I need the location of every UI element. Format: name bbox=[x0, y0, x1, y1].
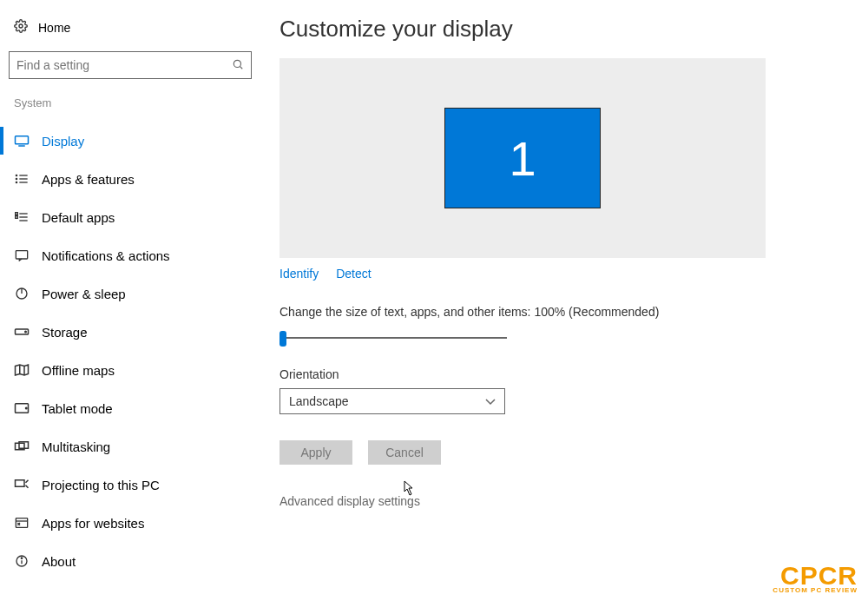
identify-link[interactable]: Identify bbox=[279, 267, 319, 281]
home-button[interactable]: Home bbox=[9, 19, 252, 51]
notifications-icon bbox=[14, 249, 30, 261]
slider-track bbox=[283, 337, 507, 339]
info-icon bbox=[14, 554, 30, 568]
watermark: CPCR CUSTOM PC REVIEW bbox=[773, 565, 858, 595]
apply-button: Apply bbox=[279, 440, 352, 465]
svg-point-25 bbox=[26, 407, 28, 409]
cancel-label: Cancel bbox=[385, 446, 424, 459]
scale-slider[interactable] bbox=[279, 329, 507, 347]
orientation-label: Orientation bbox=[279, 367, 816, 381]
watermark-subtitle: CUSTOM PC REVIEW bbox=[773, 586, 858, 594]
orientation-value: Landscape bbox=[289, 394, 349, 408]
sidebar-item-label: Display bbox=[42, 134, 84, 149]
scale-label: Change the size of text, apps, and other… bbox=[279, 305, 816, 319]
apps-websites-icon bbox=[14, 517, 30, 529]
sidebar-item-apps-websites[interactable]: Apps for websites bbox=[9, 504, 252, 542]
power-icon bbox=[14, 287, 30, 300]
watermark-logo: CPCR bbox=[773, 565, 858, 587]
monitor-1[interactable]: 1 bbox=[444, 108, 601, 208]
main-panel: Customize your display 1 Identify Detect… bbox=[260, 0, 868, 601]
svg-rect-15 bbox=[16, 216, 18, 219]
sidebar-item-default-apps[interactable]: Default apps bbox=[9, 198, 252, 236]
sidebar-item-label: Apps & features bbox=[42, 172, 135, 187]
list-icon bbox=[14, 173, 30, 185]
svg-point-8 bbox=[16, 175, 16, 175]
sidebar-item-multitasking[interactable]: Multitasking bbox=[9, 427, 252, 466]
sidebar-item-label: Default apps bbox=[42, 210, 115, 225]
chevron-down-icon bbox=[485, 394, 496, 408]
storage-icon bbox=[14, 327, 30, 336]
svg-rect-14 bbox=[16, 213, 18, 215]
orientation-select[interactable]: Landscape bbox=[279, 388, 505, 414]
sidebar-item-label: Apps for websites bbox=[42, 516, 144, 531]
svg-point-20 bbox=[25, 331, 27, 333]
sidebar-item-label: Power & sleep bbox=[42, 287, 126, 301]
home-label: Home bbox=[38, 21, 70, 35]
page-title: Customize your display bbox=[279, 16, 816, 43]
sidebar-item-label: Multitasking bbox=[42, 439, 110, 454]
slider-thumb[interactable] bbox=[279, 331, 286, 347]
svg-point-0 bbox=[19, 24, 23, 28]
sidebar-item-label: Storage bbox=[42, 325, 88, 340]
sidebar-item-notifications[interactable]: Notifications & actions bbox=[9, 236, 252, 274]
sidebar-item-label: Tablet mode bbox=[42, 401, 113, 416]
advanced-display-settings-link[interactable]: Advanced display settings bbox=[279, 494, 420, 508]
search-field[interactable] bbox=[16, 58, 232, 72]
sidebar-item-display[interactable]: Display bbox=[9, 122, 252, 160]
sidebar-item-about[interactable]: About bbox=[9, 542, 252, 580]
svg-point-10 bbox=[16, 182, 16, 182]
svg-point-9 bbox=[16, 178, 16, 179]
search-icon bbox=[232, 58, 244, 73]
sidebar-item-label: Notifications & actions bbox=[42, 248, 170, 263]
search-input[interactable] bbox=[9, 51, 252, 79]
default-apps-icon bbox=[14, 211, 30, 223]
sidebar-item-apps-features[interactable]: Apps & features bbox=[9, 160, 252, 198]
tablet-icon bbox=[14, 402, 30, 414]
svg-line-2 bbox=[240, 66, 242, 69]
svg-point-1 bbox=[233, 60, 240, 67]
display-icon bbox=[14, 135, 30, 147]
gear-icon bbox=[14, 19, 28, 36]
svg-point-33 bbox=[21, 558, 22, 558]
cancel-button: Cancel bbox=[368, 440, 441, 465]
sidebar-item-offline-maps[interactable]: Offline maps bbox=[9, 351, 252, 389]
apply-label: Apply bbox=[300, 446, 331, 459]
sidebar-item-label: About bbox=[42, 554, 76, 569]
sidebar-item-label: Offline maps bbox=[42, 363, 115, 378]
section-label: System bbox=[9, 96, 252, 122]
sidebar-item-storage[interactable]: Storage bbox=[9, 313, 252, 351]
display-preview[interactable]: 1 bbox=[279, 58, 766, 258]
sidebar-item-label: Projecting to this PC bbox=[42, 478, 160, 492]
multitasking-icon bbox=[14, 440, 30, 452]
monitor-number: 1 bbox=[509, 130, 536, 187]
sidebar-item-projecting[interactable]: Projecting to this PC bbox=[9, 466, 252, 504]
svg-rect-3 bbox=[16, 136, 29, 144]
svg-marker-21 bbox=[16, 365, 29, 375]
sidebar-item-tablet-mode[interactable]: Tablet mode bbox=[9, 389, 252, 427]
projecting-icon bbox=[14, 479, 30, 491]
map-icon bbox=[14, 363, 30, 377]
sidebar-item-power-sleep[interactable]: Power & sleep bbox=[9, 274, 252, 313]
detect-link[interactable]: Detect bbox=[336, 267, 371, 281]
sidebar: Home System Display Apps & features bbox=[0, 0, 260, 601]
svg-rect-28 bbox=[16, 480, 25, 487]
svg-rect-16 bbox=[16, 251, 27, 259]
